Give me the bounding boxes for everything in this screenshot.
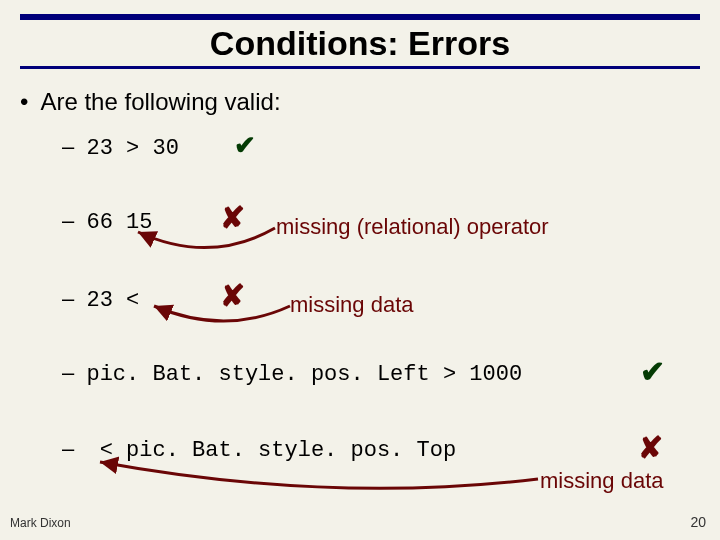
code-sample: 23 < — [86, 288, 139, 313]
cross-icon: ✘ — [638, 430, 663, 465]
error-note: missing data — [540, 468, 664, 494]
footer-page: 20 — [690, 514, 706, 530]
check-icon: ✔ — [234, 130, 256, 161]
list-item: – < pic. Bat. style. pos. Top — [62, 436, 456, 463]
question-text: Are the following valid: — [40, 88, 280, 115]
cross-icon: ✘ — [220, 278, 245, 313]
code-sample: pic. Bat. style. pos. Left > 1000 — [86, 362, 522, 387]
slide-title: Conditions: Errors — [0, 24, 720, 63]
list-item: – pic. Bat. style. pos. Left > 1000 — [62, 360, 522, 387]
error-note: missing data — [290, 292, 414, 318]
footer-author: Mark Dixon — [10, 516, 71, 530]
list-item: – 23 > 30 — [62, 134, 179, 161]
code-sample: 23 > 30 — [86, 136, 178, 161]
list-item: – 66 15 — [62, 208, 152, 235]
error-note: missing (relational) operator — [276, 214, 549, 240]
list-item: – 23 < — [62, 286, 139, 313]
cross-icon: ✘ — [220, 200, 245, 235]
check-icon: ✔ — [640, 354, 665, 389]
title-underline — [20, 66, 700, 69]
question-line: • Are the following valid: — [20, 88, 281, 116]
top-bar — [20, 14, 700, 20]
code-sample: < pic. Bat. style. pos. Top — [86, 438, 456, 463]
code-sample: 66 15 — [86, 210, 152, 235]
